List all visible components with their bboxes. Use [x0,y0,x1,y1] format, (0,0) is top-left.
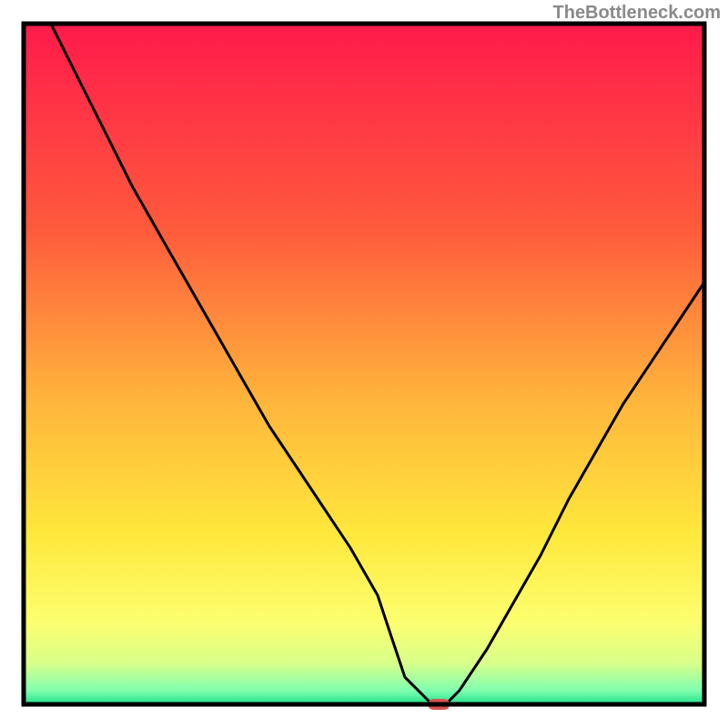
attribution-label: TheBottleneck.com [553,2,721,23]
plot-background [24,24,704,704]
bottleneck-chart [0,0,728,728]
chart-container: TheBottleneck.com [0,0,728,728]
